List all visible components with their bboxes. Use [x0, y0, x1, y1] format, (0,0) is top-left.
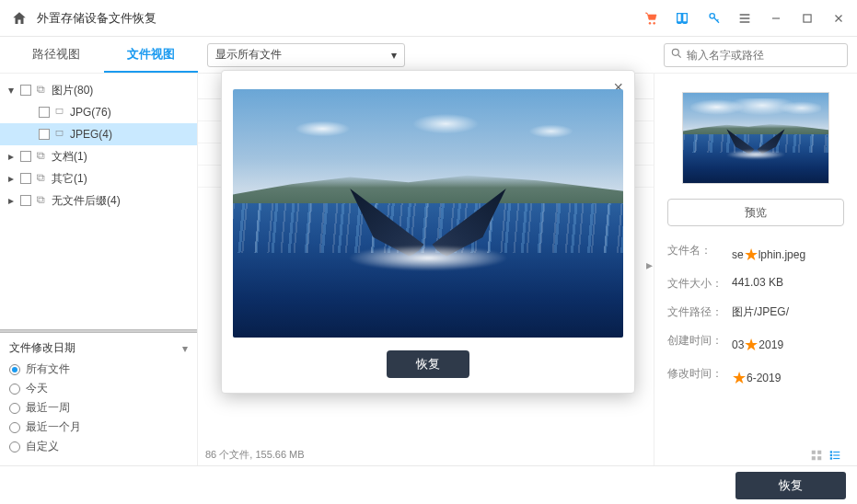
status-text: 86 个文件, 155.66 MB: [205, 448, 305, 462]
tree-item-other[interactable]: ▸ 其它(1): [0, 167, 197, 189]
checkbox[interactable]: [39, 129, 50, 140]
tree-label: 无文件后缀(4): [52, 193, 121, 209]
ctime-value: 03★2019: [732, 333, 844, 353]
tree-label: JPEG(4): [70, 128, 112, 141]
tree-item-images[interactable]: ▾ 图片(80): [0, 79, 197, 101]
svg-rect-10: [38, 197, 43, 201]
svg-rect-18: [830, 454, 832, 456]
grid-view-icon[interactable]: [810, 449, 823, 500]
checkbox[interactable]: [20, 85, 31, 96]
svg-rect-5: [56, 132, 63, 136]
svg-rect-20: [830, 457, 832, 459]
preview-image: [233, 89, 623, 338]
filepath-label: 文件路径：: [667, 304, 732, 320]
radio-icon: [9, 384, 20, 395]
svg-rect-13: [817, 451, 821, 454]
svg-rect-0: [804, 14, 811, 21]
mtime-value: ★6-2019: [732, 366, 844, 386]
svg-rect-7: [39, 155, 44, 159]
tree-label: 图片(80): [52, 83, 93, 98]
maximize-icon[interactable]: [800, 11, 815, 26]
radio-custom[interactable]: 自定义: [9, 439, 188, 454]
svg-rect-8: [38, 175, 43, 179]
svg-rect-16: [830, 451, 832, 452]
menu-icon[interactable]: [737, 11, 752, 26]
svg-rect-12: [812, 451, 816, 454]
folder-tree: ▾ 图片(80) JPG(76) JPEG(4) ▸ 文档(1): [0, 74, 197, 329]
svg-rect-19: [833, 454, 840, 455]
radio-icon: [9, 403, 20, 414]
tab-file-view[interactable]: 文件视图: [104, 37, 199, 73]
svg-rect-3: [39, 88, 44, 93]
filesize-value: 441.03 KB: [732, 276, 844, 292]
expand-arrow-icon[interactable]: ▾: [6, 84, 17, 97]
window-title: 外置存储设备文件恢复: [37, 10, 643, 27]
file-type-filter[interactable]: 显示所有文件 ▾: [207, 43, 405, 67]
chevron-down-icon[interactable]: ▾: [182, 342, 188, 355]
preview-dialog: × 恢复: [221, 70, 635, 394]
date-filter-title: 文件修改日期: [9, 340, 75, 356]
radio-icon: [9, 422, 20, 433]
collapse-arrow-icon[interactable]: ▸: [6, 172, 17, 185]
radio-all-files[interactable]: 所有文件: [9, 361, 188, 377]
preview-button[interactable]: 预览: [667, 199, 844, 226]
tree-item-jpg[interactable]: JPG(76): [0, 101, 197, 123]
file-thumbnail: [682, 92, 829, 184]
checkbox[interactable]: [20, 173, 31, 184]
filename-label: 文件名：: [667, 243, 732, 263]
tree-label: 其它(1): [52, 171, 87, 187]
collapse-arrow-icon[interactable]: ▸: [6, 194, 17, 207]
home-icon[interactable]: [11, 10, 28, 27]
key-icon[interactable]: [706, 11, 721, 26]
star-icon: ★: [744, 336, 759, 354]
radio-today[interactable]: 今天: [9, 381, 188, 396]
tree-item-docs[interactable]: ▸ 文档(1): [0, 145, 197, 167]
radio-icon: [9, 364, 20, 375]
folder-icon: [35, 173, 48, 184]
checkbox[interactable]: [20, 195, 31, 206]
checkbox[interactable]: [20, 151, 31, 162]
cart-icon[interactable]: [643, 11, 658, 26]
filter-label: 显示所有文件: [215, 47, 282, 63]
tree-label: JPG(76): [70, 106, 111, 119]
tree-item-jpeg[interactable]: JPEG(4): [0, 123, 197, 145]
folder-icon: [35, 195, 48, 206]
radio-last-month[interactable]: 最近一个月: [9, 419, 188, 435]
mtime-label: 修改时间：: [667, 366, 732, 386]
tree-item-noext[interactable]: ▸ 无文件后缀(4): [0, 189, 197, 212]
filename-value: se★lphin.jpeg: [732, 243, 844, 263]
list-view-icon[interactable]: [828, 449, 841, 500]
chevron-down-icon: ▾: [391, 49, 397, 62]
radio-last-week[interactable]: 最近一周: [9, 400, 188, 416]
next-arrow-icon[interactable]: ▸: [646, 258, 653, 272]
search-icon: [670, 47, 683, 63]
folder-icon: [53, 129, 66, 140]
folder-icon: [35, 85, 48, 96]
folder-icon: [53, 107, 66, 118]
star-icon: ★: [744, 246, 759, 264]
search-input[interactable]: [687, 49, 841, 62]
svg-rect-21: [833, 458, 840, 459]
checkbox[interactable]: [39, 107, 50, 118]
filepath-value: 图片/JPEG/: [732, 304, 844, 320]
radio-icon: [9, 441, 20, 452]
recover-button[interactable]: 恢复: [387, 350, 469, 378]
collapse-arrow-icon[interactable]: ▸: [6, 150, 17, 163]
svg-rect-6: [38, 153, 43, 157]
svg-rect-9: [39, 177, 44, 181]
tab-path-view[interactable]: 路径视图: [9, 37, 104, 73]
ctime-label: 创建时间：: [667, 333, 732, 353]
close-icon[interactable]: [831, 11, 846, 26]
svg-rect-4: [56, 109, 63, 114]
minimize-icon[interactable]: [769, 11, 783, 26]
filesize-label: 文件大小：: [667, 276, 732, 292]
tree-label: 文档(1): [52, 149, 87, 165]
svg-rect-14: [812, 456, 816, 460]
svg-rect-11: [39, 199, 44, 203]
book-icon[interactable]: [675, 11, 689, 26]
folder-icon: [35, 151, 48, 162]
search-box[interactable]: [664, 43, 848, 67]
svg-rect-15: [817, 456, 821, 460]
svg-rect-2: [38, 86, 43, 91]
star-icon: ★: [732, 369, 747, 387]
